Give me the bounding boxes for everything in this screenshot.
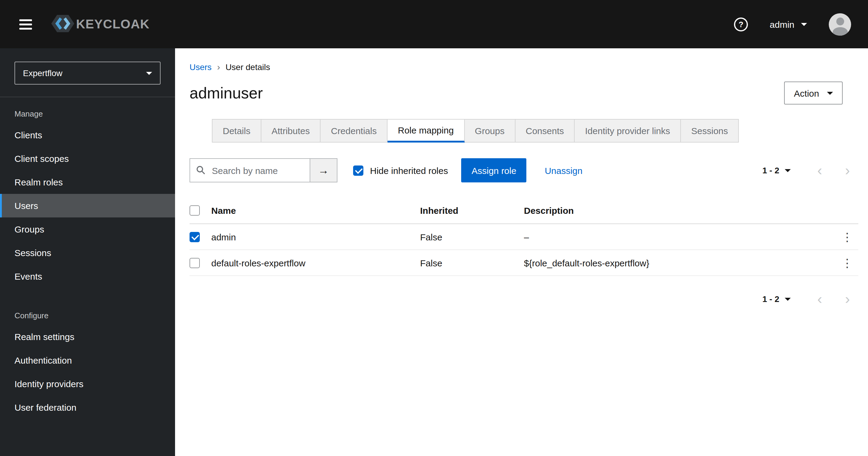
previous-page-button[interactable]: ‹ — [817, 292, 822, 306]
table-row: admin False – ⋮ — [189, 224, 858, 250]
pagination-menu-toggle[interactable]: 1 - 2 — [763, 166, 791, 175]
help-icon[interactable]: ? — [734, 17, 748, 31]
description-cell: ${role_default-roles-expertflow} — [524, 258, 837, 268]
role-mapping-toolbar: → Hide inherited roles Assign role Unass… — [189, 158, 858, 182]
sidebar-item-events[interactable]: Events — [0, 264, 175, 288]
caret-down-icon — [146, 72, 152, 75]
sidebar-item-identity-providers[interactable]: Identity providers — [0, 372, 175, 396]
keycloak-admin-console: KEYCLOAK ? admin Expertflow Manage — [0, 0, 868, 456]
sidebar-section-title: Manage — [0, 97, 175, 123]
inherited-cell: False — [420, 258, 524, 268]
sidebar-item-clients[interactable]: Clients — [0, 123, 175, 147]
table-row: default-roles-expertflow False ${role_de… — [189, 250, 858, 276]
sidebar-section-title: Configure — [0, 288, 175, 325]
breadcrumb-current: User details — [225, 62, 270, 72]
top-pagination: 1 - 2 ‹ › — [763, 163, 858, 177]
assign-role-button[interactable]: Assign role — [462, 158, 527, 182]
hide-inherited-checkbox[interactable] — [353, 165, 363, 175]
tab-attributes[interactable]: Attributes — [261, 119, 321, 143]
pagination-range: 1 - 2 — [763, 294, 779, 304]
breadcrumb: Users › User details — [189, 48, 858, 72]
keycloak-logo[interactable]: KEYCLOAK — [51, 12, 150, 36]
bottom-pagination: 1 - 2 ‹ › — [189, 292, 858, 306]
tab-details[interactable]: Details — [212, 119, 261, 143]
sidebar-item-groups[interactable]: Groups — [0, 218, 175, 241]
user-menu[interactable]: admin — [770, 19, 807, 29]
breadcrumb-users-link[interactable]: Users — [189, 62, 212, 72]
caret-down-icon — [785, 297, 791, 301]
column-header-description: Description — [524, 205, 837, 216]
sidebar-item-client-scopes[interactable]: Client scopes — [0, 147, 175, 170]
keycloak-logo-icon — [51, 12, 74, 36]
keycloak-logo-text: KEYCLOAK — [76, 17, 150, 31]
previous-page-button[interactable]: ‹ — [817, 163, 822, 177]
tab-credentials[interactable]: Credentials — [320, 119, 388, 143]
sidebar: Expertflow Manage Clients Client scopes … — [0, 48, 175, 456]
sidebar-section-manage: Manage Clients Client scopes Realm roles… — [0, 97, 175, 288]
main-layout: Expertflow Manage Clients Client scopes … — [0, 48, 868, 456]
realm-selector[interactable]: Expertflow — [14, 62, 161, 85]
hamburger-menu-icon[interactable] — [17, 17, 34, 32]
tab-consents[interactable]: Consents — [516, 119, 575, 143]
action-button-label: Action — [794, 88, 819, 98]
realm-selector-label: Expertflow — [23, 68, 62, 78]
next-page-button[interactable]: › — [845, 292, 850, 306]
kebab-menu-icon[interactable]: ⋮ — [841, 257, 854, 268]
inherited-cell: False — [420, 232, 524, 242]
description-cell: – — [524, 232, 837, 242]
unassign-link[interactable]: Unassign — [545, 165, 583, 175]
tabs: Details Attributes Credentials Role mapp… — [212, 119, 858, 143]
app-header: KEYCLOAK ? admin — [0, 0, 868, 48]
search-group: → — [189, 158, 337, 182]
arrow-right-icon: → — [318, 164, 329, 177]
role-name-cell: default-roles-expertflow — [211, 258, 420, 268]
sidebar-item-realm-roles[interactable]: Realm roles — [0, 170, 175, 194]
sidebar-item-user-federation[interactable]: User federation — [0, 396, 175, 419]
row-checkbox[interactable] — [189, 232, 200, 242]
header-actions: ? admin — [734, 13, 851, 35]
table-header-row: Name Inherited Description — [189, 198, 858, 224]
realm-selector-block: Expertflow — [0, 48, 175, 97]
search-submit-button[interactable]: → — [310, 158, 337, 182]
kebab-menu-icon[interactable]: ⋮ — [841, 231, 854, 243]
column-header-inherited: Inherited — [420, 205, 524, 216]
tab-groups[interactable]: Groups — [464, 119, 515, 143]
next-page-button[interactable]: › — [845, 163, 850, 177]
hide-inherited-toggle[interactable]: Hide inherited roles — [353, 165, 448, 175]
sidebar-item-sessions[interactable]: Sessions — [0, 241, 175, 264]
user-menu-label: admin — [770, 19, 794, 29]
row-checkbox[interactable] — [189, 258, 200, 268]
main-content: Users › User details adminuser Action De… — [175, 48, 868, 456]
search-icon — [196, 166, 205, 176]
sidebar-item-users[interactable]: Users — [0, 194, 175, 218]
search-input[interactable] — [189, 158, 310, 182]
pagination-range: 1 - 2 — [763, 166, 779, 175]
caret-down-icon — [801, 23, 807, 26]
sidebar-item-realm-settings[interactable]: Realm settings — [0, 325, 175, 348]
avatar[interactable] — [829, 13, 851, 35]
sidebar-item-authentication[interactable]: Authentication — [0, 348, 175, 372]
page-title: adminuser — [189, 84, 263, 103]
tab-sessions[interactable]: Sessions — [681, 119, 739, 143]
role-mapping-table: Name Inherited Description admin False –… — [189, 198, 858, 276]
role-name-cell: admin — [211, 232, 420, 242]
column-header-name: Name — [211, 205, 420, 216]
hide-inherited-label: Hide inherited roles — [370, 165, 448, 175]
breadcrumb-separator-icon: › — [217, 62, 220, 72]
title-row: adminuser Action — [189, 82, 858, 105]
caret-down-icon — [785, 169, 791, 172]
tab-identity-provider-links[interactable]: Identity provider links — [575, 119, 681, 143]
tab-role-mapping[interactable]: Role mapping — [388, 119, 464, 143]
pagination-menu-toggle[interactable]: 1 - 2 — [763, 294, 791, 304]
sidebar-section-configure: Configure Realm settings Authentication … — [0, 288, 175, 419]
select-all-checkbox[interactable] — [189, 205, 200, 216]
caret-down-icon — [827, 91, 833, 94]
action-button[interactable]: Action — [784, 82, 843, 105]
